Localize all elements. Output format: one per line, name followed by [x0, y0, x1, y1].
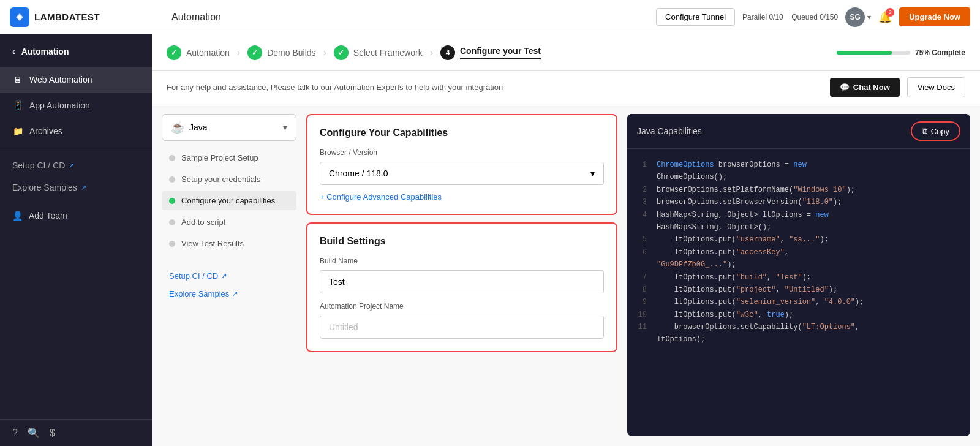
explore-samples-arrow-icon: ↗: [81, 184, 86, 192]
middle-panel: Configure Your Capabilities Browser / Ve…: [306, 114, 617, 436]
logo-text: LAMBDATEST: [34, 12, 100, 22]
line-num-5: 5: [637, 233, 647, 246]
code-line-5: 5 ltOptions.put("username", "sa...");: [637, 233, 960, 246]
top-header: LAMBDATEST Automation Configure Tunnel P…: [0, 0, 980, 34]
code-line-4b: HashMap<String, Object>();: [637, 221, 960, 233]
upgrade-button[interactable]: Upgrade Now: [899, 7, 970, 26]
step-item-configure[interactable]: Configure your capabilities: [162, 191, 296, 210]
sidebar: ‹ Automation 🖥 Web Automation 📱 App Auto…: [0, 34, 152, 446]
left-setup-ci-cd[interactable]: Setup CI / CD ↗: [162, 268, 296, 284]
step-item-sample-setup-label: Sample Project Setup: [181, 153, 258, 162]
view-docs-button[interactable]: View Docs: [907, 77, 965, 97]
help-icon[interactable]: ?: [12, 428, 18, 439]
sidebar-back[interactable]: ‹ Automation: [0, 39, 152, 64]
step-3-label: Select Framework: [353, 48, 423, 58]
step-arrow-3: ›: [430, 47, 433, 58]
left-explore-samples-label: Explore Samples ↗: [169, 289, 238, 298]
sidebar-item-app-automation[interactable]: 📱 App Automation: [0, 93, 152, 118]
line-num-8: 8: [637, 284, 647, 296]
step-dot-configure: [169, 198, 175, 204]
sidebar-back-label: Automation: [21, 47, 69, 56]
code-line-6b: "Gu9DPfZb0G_...");: [637, 259, 960, 271]
three-column-layout: ☕ Java ▾ Sample Project Setup Setup your…: [152, 104, 980, 446]
sidebar-web-automation-label: Web Automation: [29, 75, 92, 85]
line-num-6: 6: [637, 246, 647, 259]
step-1: ✓ Automation: [167, 45, 230, 60]
step-3: ✓ Select Framework: [334, 45, 423, 60]
left-explore-samples[interactable]: Explore Samples ↗: [162, 285, 296, 302]
build-settings-card: Build Settings Build Name Automation Pro…: [306, 222, 617, 352]
step-arrow-2: ›: [323, 47, 326, 58]
back-arrow-icon: ‹: [12, 47, 15, 56]
right-panel-header: Java Capabilities ⧉ Copy: [627, 114, 970, 149]
step-2-num: ✓: [247, 45, 262, 60]
step-arrow-1: ›: [237, 47, 240, 58]
advanced-capabilities-link[interactable]: + Configure Advanced Capabilities: [320, 192, 604, 202]
lambdatest-logo-icon: [10, 7, 29, 27]
step-2: ✓ Demo Builds: [247, 45, 315, 60]
sidebar-setup-ci-cd[interactable]: Setup CI / CD ↗: [0, 154, 152, 176]
step-item-credentials[interactable]: Setup your credentials: [162, 170, 296, 189]
header-right: Configure Tunnel Parallel 0/10 Queued 0/…: [656, 7, 970, 27]
progress-area: 75% Complete: [837, 48, 965, 57]
svg-point-0: [18, 15, 21, 19]
configure-tunnel-button[interactable]: Configure Tunnel: [656, 8, 735, 26]
line-num-1b: [637, 171, 647, 183]
code-line-11b: ltOptions);: [637, 333, 960, 346]
left-setup-ci-cd-label: Setup CI / CD ↗: [169, 271, 227, 281]
step-item-sample-setup[interactable]: Sample Project Setup: [162, 148, 296, 167]
step-item-view-results[interactable]: View Test Results: [162, 234, 296, 253]
sidebar-item-archives[interactable]: 📁 Archives: [0, 118, 152, 144]
line-num-1: 1: [637, 159, 647, 171]
main-layout: ‹ Automation 🖥 Web Automation 📱 App Auto…: [0, 34, 980, 446]
step-item-credentials-label: Setup your credentials: [181, 175, 260, 184]
chat-now-label: Chat Now: [853, 83, 890, 92]
code-line-1: 1 ChromeOptions browserOptions = new: [637, 159, 960, 171]
line-num-4: 4: [637, 209, 647, 221]
progress-bar-container: [837, 51, 910, 55]
sidebar-nav: ‹ Automation 🖥 Web Automation 📱 App Auto…: [0, 34, 152, 419]
line-num-7: 7: [637, 271, 647, 284]
billing-icon[interactable]: $: [50, 428, 55, 439]
copy-button[interactable]: ⧉ Copy: [911, 121, 960, 141]
logo-area: LAMBDATEST: [10, 7, 162, 27]
search-icon[interactable]: 🔍: [28, 427, 40, 439]
project-name-input[interactable]: [320, 316, 604, 339]
line-num-6b: [637, 259, 647, 271]
line-num-4b: [637, 221, 647, 233]
avatar-chevron[interactable]: ▾: [867, 13, 871, 21]
chat-now-button[interactable]: 💬 Chat Now: [830, 78, 900, 97]
step-dot-sample-setup: [169, 155, 175, 161]
right-panel: Java Capabilities ⧉ Copy 1 ChromeOptions…: [627, 114, 970, 436]
language-chevron-icon: ▾: [283, 123, 287, 132]
sidebar-item-web-automation[interactable]: 🖥 Web Automation: [0, 67, 152, 93]
sidebar-app-automation-label: App Automation: [29, 100, 90, 110]
browser-version-select[interactable]: Chrome / 118.0 ▾: [320, 162, 604, 185]
copy-icon: ⧉: [922, 126, 927, 136]
step-2-label: Demo Builds: [267, 48, 315, 58]
step-item-add-script[interactable]: Add to script: [162, 213, 296, 232]
language-select[interactable]: ☕ Java ▾: [162, 114, 296, 141]
line-num-2: 2: [637, 184, 647, 196]
line-num-3: 3: [637, 196, 647, 208]
line-num-11: 11: [637, 321, 647, 333]
sidebar-explore-samples[interactable]: Explore Samples ↗: [0, 176, 152, 198]
code-line-6: 6 ltOptions.put("accessKey",: [637, 246, 960, 259]
header-title: Automation: [172, 12, 646, 23]
browser-version-value: Chrome / 118.0: [329, 168, 388, 178]
step-dot-add-script: [169, 219, 175, 225]
sidebar-add-team[interactable]: 👤 Add Team: [0, 203, 152, 228]
progress-text: 75% Complete: [915, 48, 965, 57]
notification-button[interactable]: 🔔 2: [878, 10, 892, 24]
web-automation-icon: 🖥: [12, 74, 23, 85]
left-links: Setup CI / CD ↗ Explore Samples ↗: [162, 268, 296, 302]
build-name-input[interactable]: [320, 270, 604, 293]
content-area: ✓ Automation › ✓ Demo Builds › ✓ Select …: [152, 34, 980, 446]
sidebar-footer: ? 🔍 $: [0, 419, 152, 446]
step-item-view-results-label: View Test Results: [181, 239, 244, 248]
step-4: 4 Configure your Test: [440, 45, 541, 60]
java-icon: ☕: [171, 121, 184, 134]
user-avatar[interactable]: SG: [845, 7, 865, 27]
step-item-add-script-label: Add to script: [181, 217, 225, 227]
line-num-11b: [637, 333, 647, 346]
